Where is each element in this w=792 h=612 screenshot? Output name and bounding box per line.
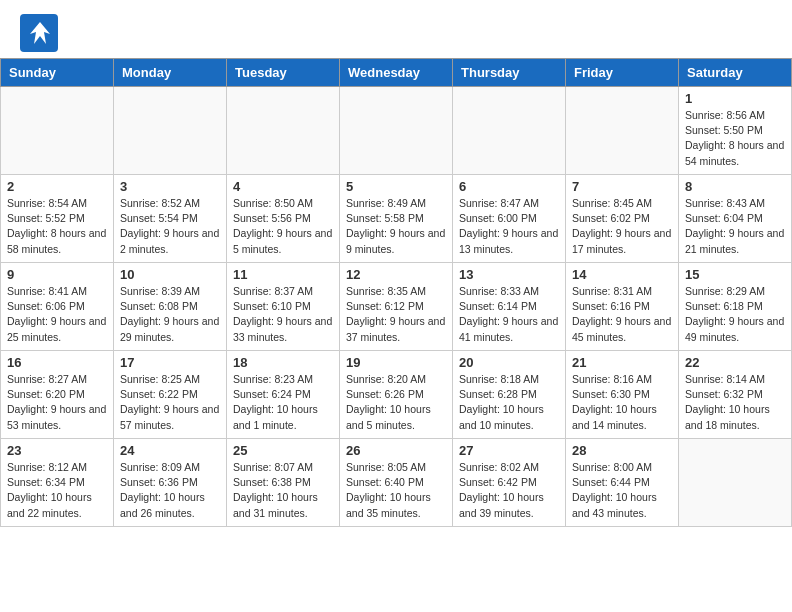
day-detail: Sunrise: 8:05 AM Sunset: 6:40 PM Dayligh… (346, 460, 446, 521)
day-number: 21 (572, 355, 672, 370)
calendar-cell: 13Sunrise: 8:33 AM Sunset: 6:14 PM Dayli… (453, 263, 566, 351)
calendar-cell: 23Sunrise: 8:12 AM Sunset: 6:34 PM Dayli… (1, 439, 114, 527)
day-detail: Sunrise: 8:49 AM Sunset: 5:58 PM Dayligh… (346, 196, 446, 257)
day-detail: Sunrise: 8:00 AM Sunset: 6:44 PM Dayligh… (572, 460, 672, 521)
calendar-cell (566, 87, 679, 175)
day-number: 20 (459, 355, 559, 370)
logo-icon (20, 14, 58, 52)
day-number: 23 (7, 443, 107, 458)
day-detail: Sunrise: 8:54 AM Sunset: 5:52 PM Dayligh… (7, 196, 107, 257)
day-detail: Sunrise: 8:29 AM Sunset: 6:18 PM Dayligh… (685, 284, 785, 345)
calendar-cell: 21Sunrise: 8:16 AM Sunset: 6:30 PM Dayli… (566, 351, 679, 439)
day-detail: Sunrise: 8:09 AM Sunset: 6:36 PM Dayligh… (120, 460, 220, 521)
day-number: 14 (572, 267, 672, 282)
day-number: 15 (685, 267, 785, 282)
weekday-header: Thursday (453, 59, 566, 87)
calendar-cell: 8Sunrise: 8:43 AM Sunset: 6:04 PM Daylig… (679, 175, 792, 263)
calendar-cell: 28Sunrise: 8:00 AM Sunset: 6:44 PM Dayli… (566, 439, 679, 527)
day-number: 10 (120, 267, 220, 282)
day-detail: Sunrise: 8:47 AM Sunset: 6:00 PM Dayligh… (459, 196, 559, 257)
calendar-cell (114, 87, 227, 175)
day-detail: Sunrise: 8:50 AM Sunset: 5:56 PM Dayligh… (233, 196, 333, 257)
calendar-cell: 10Sunrise: 8:39 AM Sunset: 6:08 PM Dayli… (114, 263, 227, 351)
day-detail: Sunrise: 8:12 AM Sunset: 6:34 PM Dayligh… (7, 460, 107, 521)
day-detail: Sunrise: 8:43 AM Sunset: 6:04 PM Dayligh… (685, 196, 785, 257)
day-number: 16 (7, 355, 107, 370)
day-number: 18 (233, 355, 333, 370)
calendar-cell: 9Sunrise: 8:41 AM Sunset: 6:06 PM Daylig… (1, 263, 114, 351)
day-number: 27 (459, 443, 559, 458)
calendar-cell: 18Sunrise: 8:23 AM Sunset: 6:24 PM Dayli… (227, 351, 340, 439)
day-detail: Sunrise: 8:35 AM Sunset: 6:12 PM Dayligh… (346, 284, 446, 345)
day-number: 2 (7, 179, 107, 194)
day-number: 12 (346, 267, 446, 282)
calendar-cell: 14Sunrise: 8:31 AM Sunset: 6:16 PM Dayli… (566, 263, 679, 351)
day-number: 28 (572, 443, 672, 458)
weekday-header: Sunday (1, 59, 114, 87)
calendar-cell: 6Sunrise: 8:47 AM Sunset: 6:00 PM Daylig… (453, 175, 566, 263)
day-detail: Sunrise: 8:16 AM Sunset: 6:30 PM Dayligh… (572, 372, 672, 433)
day-number: 24 (120, 443, 220, 458)
day-detail: Sunrise: 8:14 AM Sunset: 6:32 PM Dayligh… (685, 372, 785, 433)
day-detail: Sunrise: 8:23 AM Sunset: 6:24 PM Dayligh… (233, 372, 333, 433)
day-number: 17 (120, 355, 220, 370)
calendar-cell: 16Sunrise: 8:27 AM Sunset: 6:20 PM Dayli… (1, 351, 114, 439)
calendar-cell (227, 87, 340, 175)
calendar-cell: 26Sunrise: 8:05 AM Sunset: 6:40 PM Dayli… (340, 439, 453, 527)
day-number: 22 (685, 355, 785, 370)
weekday-header: Monday (114, 59, 227, 87)
logo (20, 14, 64, 52)
day-number: 4 (233, 179, 333, 194)
day-detail: Sunrise: 8:20 AM Sunset: 6:26 PM Dayligh… (346, 372, 446, 433)
calendar-cell: 17Sunrise: 8:25 AM Sunset: 6:22 PM Dayli… (114, 351, 227, 439)
weekday-header: Friday (566, 59, 679, 87)
day-detail: Sunrise: 8:39 AM Sunset: 6:08 PM Dayligh… (120, 284, 220, 345)
day-detail: Sunrise: 8:52 AM Sunset: 5:54 PM Dayligh… (120, 196, 220, 257)
calendar-cell: 12Sunrise: 8:35 AM Sunset: 6:12 PM Dayli… (340, 263, 453, 351)
calendar-cell (679, 439, 792, 527)
day-number: 3 (120, 179, 220, 194)
calendar-cell: 24Sunrise: 8:09 AM Sunset: 6:36 PM Dayli… (114, 439, 227, 527)
calendar-cell: 20Sunrise: 8:18 AM Sunset: 6:28 PM Dayli… (453, 351, 566, 439)
weekday-header: Saturday (679, 59, 792, 87)
weekday-header: Tuesday (227, 59, 340, 87)
day-detail: Sunrise: 8:37 AM Sunset: 6:10 PM Dayligh… (233, 284, 333, 345)
day-number: 13 (459, 267, 559, 282)
day-number: 25 (233, 443, 333, 458)
calendar-cell: 27Sunrise: 8:02 AM Sunset: 6:42 PM Dayli… (453, 439, 566, 527)
calendar-cell: 25Sunrise: 8:07 AM Sunset: 6:38 PM Dayli… (227, 439, 340, 527)
calendar-cell: 19Sunrise: 8:20 AM Sunset: 6:26 PM Dayli… (340, 351, 453, 439)
day-number: 19 (346, 355, 446, 370)
calendar-cell (1, 87, 114, 175)
calendar-cell: 5Sunrise: 8:49 AM Sunset: 5:58 PM Daylig… (340, 175, 453, 263)
calendar-cell: 2Sunrise: 8:54 AM Sunset: 5:52 PM Daylig… (1, 175, 114, 263)
calendar-cell: 22Sunrise: 8:14 AM Sunset: 6:32 PM Dayli… (679, 351, 792, 439)
day-number: 6 (459, 179, 559, 194)
day-detail: Sunrise: 8:18 AM Sunset: 6:28 PM Dayligh… (459, 372, 559, 433)
day-number: 26 (346, 443, 446, 458)
calendar-cell (340, 87, 453, 175)
day-detail: Sunrise: 8:27 AM Sunset: 6:20 PM Dayligh… (7, 372, 107, 433)
day-detail: Sunrise: 8:07 AM Sunset: 6:38 PM Dayligh… (233, 460, 333, 521)
calendar-cell (453, 87, 566, 175)
calendar-table: SundayMondayTuesdayWednesdayThursdayFrid… (0, 58, 792, 527)
calendar-cell: 15Sunrise: 8:29 AM Sunset: 6:18 PM Dayli… (679, 263, 792, 351)
day-number: 11 (233, 267, 333, 282)
day-detail: Sunrise: 8:41 AM Sunset: 6:06 PM Dayligh… (7, 284, 107, 345)
day-number: 9 (7, 267, 107, 282)
day-number: 1 (685, 91, 785, 106)
calendar-cell: 7Sunrise: 8:45 AM Sunset: 6:02 PM Daylig… (566, 175, 679, 263)
calendar-cell: 4Sunrise: 8:50 AM Sunset: 5:56 PM Daylig… (227, 175, 340, 263)
calendar-cell: 1Sunrise: 8:56 AM Sunset: 5:50 PM Daylig… (679, 87, 792, 175)
day-detail: Sunrise: 8:25 AM Sunset: 6:22 PM Dayligh… (120, 372, 220, 433)
day-detail: Sunrise: 8:45 AM Sunset: 6:02 PM Dayligh… (572, 196, 672, 257)
header (0, 0, 792, 58)
day-detail: Sunrise: 8:02 AM Sunset: 6:42 PM Dayligh… (459, 460, 559, 521)
day-number: 8 (685, 179, 785, 194)
day-detail: Sunrise: 8:33 AM Sunset: 6:14 PM Dayligh… (459, 284, 559, 345)
weekday-header: Wednesday (340, 59, 453, 87)
calendar-cell: 11Sunrise: 8:37 AM Sunset: 6:10 PM Dayli… (227, 263, 340, 351)
calendar-cell: 3Sunrise: 8:52 AM Sunset: 5:54 PM Daylig… (114, 175, 227, 263)
day-detail: Sunrise: 8:56 AM Sunset: 5:50 PM Dayligh… (685, 108, 785, 169)
day-detail: Sunrise: 8:31 AM Sunset: 6:16 PM Dayligh… (572, 284, 672, 345)
